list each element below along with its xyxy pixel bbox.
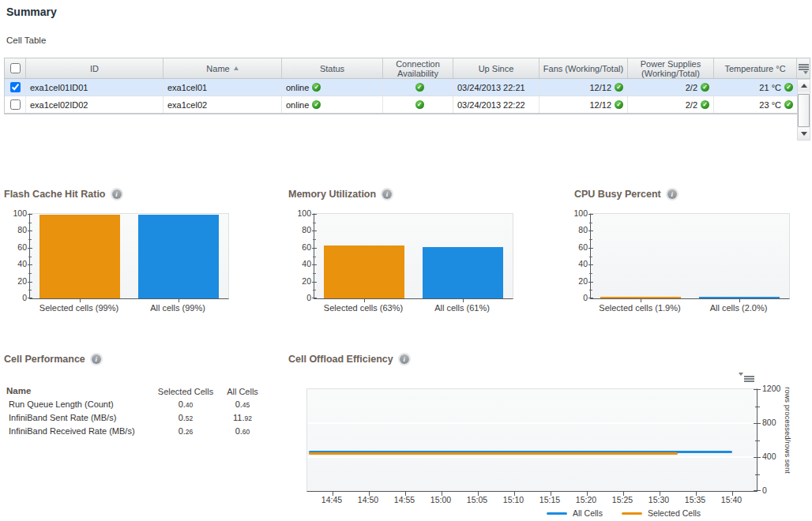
- column-header-connection-availability[interactable]: Connection Availability: [383, 58, 453, 78]
- y-axis-tick-label: 0: [3, 294, 27, 302]
- legend-item-selected-cells[interactable]: Selected Cells: [622, 508, 701, 518]
- cp-value-all: 11.92: [215, 413, 270, 422]
- y-axis-major-tick: [312, 282, 317, 283]
- y-axis-tick-label: 100: [288, 209, 311, 218]
- y-axis-major-tick: [754, 490, 761, 491]
- row-select-cell[interactable]: [5, 96, 26, 113]
- y-axis-tick-label: 20: [3, 277, 27, 286]
- info-icon[interactable]: [382, 189, 392, 199]
- scrollbar-thumb[interactable]: [798, 94, 810, 127]
- cell-id: exa1cel01ID01: [26, 79, 164, 96]
- y-axis-tick-label: 80: [3, 226, 27, 234]
- y-axis-minor-tick: [589, 257, 592, 257]
- info-icon[interactable]: [92, 354, 101, 364]
- select-all-cell[interactable]: [5, 58, 26, 78]
- column-header-power-supplies[interactable]: Power Supplies (Working/Total): [628, 58, 714, 78]
- series-line-selected-cells[interactable]: [309, 452, 678, 455]
- x-axis-tick: [463, 299, 464, 302]
- column-header-id[interactable]: ID: [26, 58, 164, 78]
- bar-category-label: All cells (61%): [403, 303, 521, 313]
- x-axis-tick-label: 15:15: [532, 495, 567, 504]
- cell-status: online: [282, 96, 383, 113]
- column-header-temperature[interactable]: Temperature °C: [714, 58, 797, 78]
- bar-selected-cells[interactable]: [600, 297, 681, 298]
- bar-all-cells[interactable]: [423, 247, 503, 298]
- x-axis-labels: Selected cells (63%)All cells (61%): [314, 303, 512, 313]
- availability-ok-icon: [415, 83, 424, 92]
- cp-row-infiniband-received: InfiniBand Received Rate (MB/s) 0.26 0.6…: [4, 426, 280, 439]
- y-axis-tick-label: 400: [762, 452, 776, 461]
- y-axis-major-tick: [754, 423, 761, 424]
- x-axis-tick-label: 15:30: [641, 495, 676, 504]
- legend-swatch-selected-cells: [622, 512, 642, 515]
- select-all-checkbox[interactable]: [10, 63, 21, 73]
- bar-selected-cells[interactable]: [39, 215, 120, 298]
- column-header-status[interactable]: Status: [282, 58, 383, 78]
- info-icon[interactable]: [667, 189, 677, 199]
- y-axis-major-tick: [588, 248, 593, 249]
- table-row-exa1cel01[interactable]: exa1cel01ID01 exa1cel01 online 03/24/201…: [5, 79, 797, 96]
- chart-legend: All Cells Selected Cells: [547, 508, 701, 518]
- cell-name: exa1cel01: [164, 79, 282, 96]
- temperature-ok-icon: [784, 100, 793, 109]
- column-header-name[interactable]: Name: [164, 58, 282, 78]
- y-axis-minor-tick: [313, 239, 316, 240]
- y-axis-major-tick: [28, 298, 32, 298]
- chart-plot-area: [314, 213, 513, 299]
- y-axis-tick-label: 60: [564, 243, 588, 252]
- x-axis-tick-label: 15:40: [714, 495, 749, 504]
- sort-ascending-icon: [234, 66, 239, 70]
- row-checkbox[interactable]: [10, 99, 21, 110]
- bar-selected-cells[interactable]: [324, 246, 404, 298]
- cp-value-selected: 0.26: [150, 426, 221, 436]
- cell-status: online: [282, 79, 383, 96]
- cp-column-header-name: Name: [6, 386, 31, 395]
- info-icon[interactable]: [112, 189, 122, 199]
- y-axis-major-tick: [754, 457, 761, 458]
- y-axis-major-tick: [28, 214, 32, 215]
- x-axis-tick-label: 15:35: [678, 495, 712, 504]
- column-header-fans[interactable]: Fans (Working/Total): [539, 58, 628, 78]
- cell-id: exa1cel02ID02: [26, 96, 164, 113]
- y-axis-major-tick: [312, 231, 317, 231]
- cell-performance-title: Cell Performance: [4, 354, 101, 365]
- cell-temperature: 23 °C: [714, 96, 797, 113]
- bar-all-cells[interactable]: [138, 215, 219, 298]
- y-axis-minor-tick: [313, 257, 316, 257]
- y-axis-major-tick: [28, 231, 32, 231]
- cell-offload-efficiency-chart: Cell Offload Efficiency 04008001200 rows…: [288, 352, 812, 521]
- y-axis-minor-tick: [28, 223, 32, 223]
- page-title: Summary: [6, 6, 57, 18]
- row-checkbox[interactable]: [10, 82, 21, 92]
- y-axis-title: rows processed/rows sent: [784, 387, 792, 493]
- scroll-down-button[interactable]: [798, 128, 810, 140]
- gridline: [307, 422, 757, 424]
- bar-category-label: All cells (2.0%): [679, 303, 798, 313]
- y-axis-minor-tick: [755, 474, 760, 475]
- y-axis-tick-label: 100: [3, 209, 27, 218]
- chart-plot-area: [29, 213, 229, 299]
- y-axis-major-tick: [588, 298, 593, 298]
- table-row-exa1cel02[interactable]: exa1cel02ID02 exa1cel02 online 03/24/201…: [5, 96, 797, 114]
- cell-connection-availability: [383, 96, 453, 113]
- y-axis-major-tick: [312, 248, 317, 249]
- legend-item-all-cells[interactable]: All Cells: [547, 508, 603, 518]
- x-axis-tick-label: 15:00: [423, 495, 458, 504]
- bar-all-cells[interactable]: [699, 297, 780, 298]
- cp-column-header-selected-cells: Selected Cells: [150, 387, 221, 396]
- y-axis-tick-label: 0: [288, 294, 311, 302]
- y-axis-minor-tick: [313, 273, 316, 274]
- scroll-up-button[interactable]: [798, 80, 810, 92]
- y-axis-minor-tick: [755, 407, 760, 407]
- column-header-up-since[interactable]: Up Since: [453, 58, 539, 78]
- x-axis-tick: [179, 299, 179, 302]
- info-icon[interactable]: [400, 354, 409, 364]
- cell-up-since: 03/24/2013 22:22: [453, 96, 539, 113]
- cell-table-label: Cell Table: [6, 36, 46, 45]
- table-menu-icon[interactable]: [799, 63, 809, 73]
- table-scrollbar[interactable]: [797, 79, 810, 141]
- x-axis-tick-label: 15:25: [605, 495, 640, 504]
- row-select-cell[interactable]: [5, 79, 26, 96]
- y-axis-tick-label: 0: [762, 486, 767, 495]
- y-axis-minor-tick: [755, 440, 760, 441]
